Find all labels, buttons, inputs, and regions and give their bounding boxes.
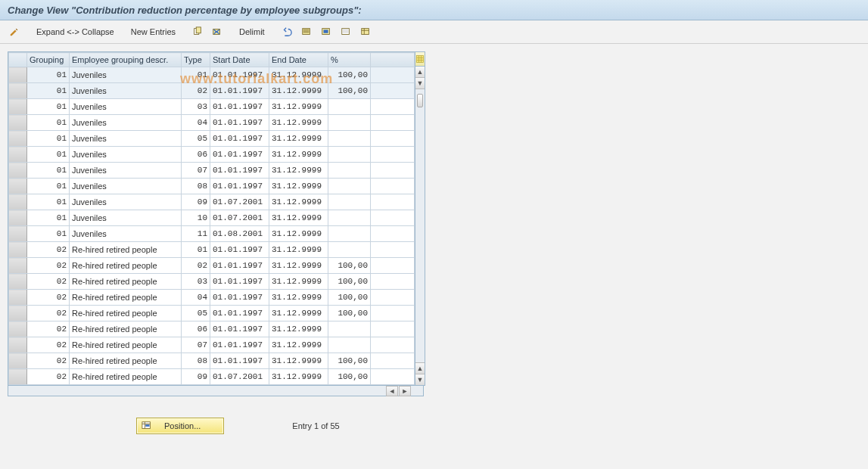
cell-percent[interactable]: 100,00: [328, 67, 371, 83]
row-selector[interactable]: [9, 179, 27, 194]
cell-grouping[interactable]: 02: [27, 290, 70, 306]
cell-end-date[interactable]: 31.12.9999: [269, 321, 328, 337]
cell-type[interactable]: 09: [182, 369, 210, 385]
cell-start-date[interactable]: 01.01.1997: [210, 99, 269, 115]
cell-percent[interactable]: [328, 226, 371, 242]
cell-type[interactable]: 05: [182, 131, 210, 147]
row-selector[interactable]: [9, 67, 27, 83]
cell-descr[interactable]: Re-hired retired people: [70, 290, 182, 306]
horizontal-scrollbar[interactable]: ◄ ►: [8, 386, 424, 396]
row-selector[interactable]: [9, 242, 27, 258]
cell-grouping[interactable]: 02: [27, 321, 70, 337]
delete-button[interactable]: [209, 25, 226, 39]
row-selector[interactable]: [9, 321, 27, 337]
cell-descr[interactable]: Juveniles: [70, 131, 182, 147]
row-selector[interactable]: [9, 210, 27, 226]
cell-end-date[interactable]: 31.12.9999: [269, 226, 328, 242]
cell-percent[interactable]: [328, 131, 371, 147]
cell-grouping[interactable]: 01: [27, 131, 70, 147]
cell-end-date[interactable]: 31.12.9999: [269, 99, 328, 115]
new-entries-button[interactable]: New Entries: [128, 26, 179, 38]
cell-grouping[interactable]: 01: [27, 210, 70, 226]
cell-descr[interactable]: Juveniles: [70, 83, 182, 99]
row-selector[interactable]: [9, 226, 27, 242]
cell-start-date[interactable]: 01.01.1997: [210, 131, 269, 147]
cell-percent[interactable]: 100,00: [328, 274, 371, 290]
column-row-selector[interactable]: [9, 53, 27, 67]
cell-percent[interactable]: [328, 163, 371, 179]
cell-descr[interactable]: Juveniles: [70, 67, 182, 83]
column-start-date[interactable]: Start Date: [210, 53, 269, 67]
cell-end-date[interactable]: 31.12.9999: [269, 337, 328, 353]
cell-descr[interactable]: Juveniles: [70, 147, 182, 163]
vertical-scrollbar[interactable]: ▲ ▼ ▲ ▼: [415, 52, 425, 385]
cell-grouping[interactable]: 02: [27, 369, 70, 385]
cell-type[interactable]: 07: [182, 163, 210, 179]
position-button[interactable]: Position...: [136, 418, 224, 434]
deselect-all-button[interactable]: [338, 25, 354, 39]
cell-descr[interactable]: Re-hired retired people: [70, 274, 182, 290]
cell-start-date[interactable]: 01.01.1997: [210, 67, 269, 83]
cell-end-date[interactable]: 31.12.9999: [269, 194, 328, 210]
cell-grouping[interactable]: 02: [27, 353, 70, 369]
scroll-track[interactable]: [415, 89, 425, 362]
cell-end-date[interactable]: 31.12.9999: [269, 274, 328, 290]
cell-start-date[interactable]: 01.01.1997: [210, 306, 269, 321]
cell-descr[interactable]: Juveniles: [70, 226, 182, 242]
cell-start-date[interactable]: 01.01.1997: [210, 179, 269, 194]
copy-button[interactable]: [189, 25, 206, 39]
scroll-page-up[interactable]: ▼: [415, 78, 425, 89]
cell-type[interactable]: 05: [182, 306, 210, 321]
cell-type[interactable]: 08: [182, 353, 210, 369]
cell-type[interactable]: 11: [182, 226, 210, 242]
cell-percent[interactable]: [328, 242, 371, 258]
cell-grouping[interactable]: 02: [27, 274, 70, 290]
cell-start-date[interactable]: 01.01.1997: [210, 290, 269, 306]
cell-descr[interactable]: Juveniles: [70, 99, 182, 115]
cell-percent[interactable]: [328, 147, 371, 163]
row-selector[interactable]: [9, 337, 27, 353]
cell-start-date[interactable]: 01.07.2001: [210, 194, 269, 210]
cell-type[interactable]: 02: [182, 258, 210, 274]
cell-descr[interactable]: Juveniles: [70, 163, 182, 179]
select-all-button[interactable]: [298, 25, 315, 39]
cell-grouping[interactable]: 02: [27, 337, 70, 353]
undo-button[interactable]: [278, 25, 295, 39]
scroll-left-arrow[interactable]: ◄: [386, 386, 398, 396]
row-selector[interactable]: [9, 290, 27, 306]
cell-start-date[interactable]: 01.01.1997: [210, 321, 269, 337]
row-selector[interactable]: [9, 163, 27, 179]
row-selector[interactable]: [9, 194, 27, 210]
cell-start-date[interactable]: 01.01.1997: [210, 337, 269, 353]
cell-descr[interactable]: Re-hired retired people: [70, 353, 182, 369]
cell-grouping[interactable]: 02: [27, 306, 70, 321]
scroll-up-arrow[interactable]: ▲: [415, 67, 425, 78]
column-type[interactable]: Type: [182, 53, 210, 67]
cell-end-date[interactable]: 31.12.9999: [269, 306, 328, 321]
cell-start-date[interactable]: 01.07.2001: [210, 210, 269, 226]
cell-descr[interactable]: Juveniles: [70, 210, 182, 226]
cell-descr[interactable]: Juveniles: [70, 115, 182, 131]
cell-start-date[interactable]: 01.01.1997: [210, 115, 269, 131]
cell-type[interactable]: 09: [182, 194, 210, 210]
cell-end-date[interactable]: 31.12.9999: [269, 131, 328, 147]
cell-end-date[interactable]: 31.12.9999: [269, 242, 328, 258]
cell-percent[interactable]: 100,00: [328, 353, 371, 369]
column-percent[interactable]: %: [328, 53, 371, 67]
cell-percent[interactable]: [328, 194, 371, 210]
cell-percent[interactable]: 100,00: [328, 258, 371, 274]
cell-percent[interactable]: [328, 337, 371, 353]
cell-descr[interactable]: Juveniles: [70, 179, 182, 194]
cell-percent[interactable]: 100,00: [328, 369, 371, 385]
table-settings-button[interactable]: [415, 52, 425, 67]
cell-grouping[interactable]: 01: [27, 115, 70, 131]
cell-descr[interactable]: Re-hired retired people: [70, 369, 182, 385]
cell-start-date[interactable]: 01.07.2001: [210, 369, 269, 385]
cell-end-date[interactable]: 31.12.9999: [269, 353, 328, 369]
scroll-down-arrow[interactable]: ▼: [415, 374, 425, 385]
column-grouping[interactable]: Grouping: [27, 53, 70, 67]
cell-grouping[interactable]: 01: [27, 226, 70, 242]
cell-start-date[interactable]: 01.01.1997: [210, 353, 269, 369]
cell-percent[interactable]: 100,00: [328, 83, 371, 99]
column-end-date[interactable]: End Date: [269, 53, 328, 67]
